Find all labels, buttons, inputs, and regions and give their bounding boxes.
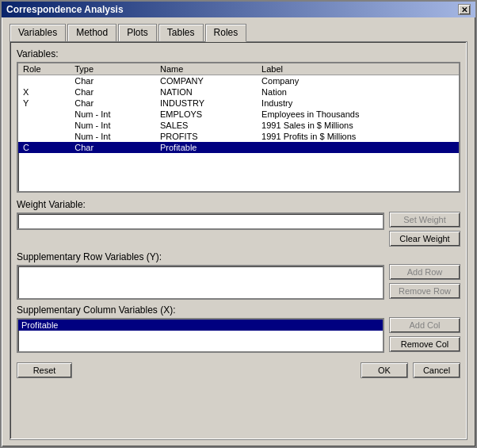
cell-label: Nation — [257, 86, 459, 98]
tab-content-roles: Variables: Role Type Name Label — [10, 41, 467, 440]
cell-label: Employees in Thousands — [257, 109, 459, 120]
weight-buttons: Set Weight Clear Weight — [389, 212, 460, 247]
cell-role — [18, 109, 70, 120]
tab-plots[interactable]: Plots — [118, 24, 157, 42]
correspondence-analysis-dialog: Correspondence Analysis ✕ Variables Meth… — [0, 0, 477, 448]
cell-role — [18, 131, 70, 142]
variables-table[interactable]: Role Type Name Label Char COMPANY — [17, 62, 460, 193]
table-row[interactable]: Num - Int PROFITS 1991 Profits in $ Mill… — [18, 131, 459, 142]
tab-variables[interactable]: Variables — [10, 24, 66, 42]
table-row[interactable]: Y Char INDUSTRY Industry — [18, 98, 459, 109]
tab-method[interactable]: Method — [67, 24, 116, 42]
cell-type: Char — [70, 86, 155, 98]
cancel-button[interactable]: Cancel — [413, 362, 460, 378]
cell-role: X — [18, 86, 70, 98]
supplementary-row-section: Supplementary Row Variables (Y): Add Row… — [17, 251, 460, 300]
supplementary-row-col: Supplementary Row Variables (Y): — [17, 251, 384, 300]
cell-name: COMPANY — [155, 75, 257, 87]
table-row[interactable]: C Char Profitable — [18, 142, 459, 153]
set-weight-button[interactable]: Set Weight — [389, 212, 460, 228]
weight-variable-section: Weight Variable: Set Weight Clear Weight — [17, 199, 460, 247]
clear-weight-button[interactable]: Clear Weight — [389, 231, 460, 247]
col-name: Name — [155, 63, 257, 75]
cell-type: Char — [70, 75, 155, 87]
cell-name: NATION — [155, 86, 257, 98]
col-buttons: Add Col Remove Col — [389, 317, 460, 352]
supplementary-col-col: Supplementary Column Variables (X): Prof… — [17, 304, 384, 353]
close-button[interactable]: ✕ — [458, 4, 471, 15]
dialog-content: Variables Method Plots Tables Roles Vari… — [2, 17, 475, 446]
dialog-title: Correspondence Analysis — [6, 4, 124, 15]
add-col-button[interactable]: Add Col — [389, 317, 460, 333]
cell-label: Industry — [257, 98, 459, 109]
weight-variable-input[interactable] — [17, 213, 384, 230]
weight-variable-col: Weight Variable: — [17, 199, 384, 230]
table-row[interactable]: Num - Int EMPLOYS Employees in Thousands — [18, 109, 459, 120]
col-role: Role — [18, 63, 70, 75]
ok-button[interactable]: OK — [361, 362, 408, 378]
table-row[interactable]: X Char NATION Nation — [18, 86, 459, 98]
title-bar: Correspondence Analysis ✕ — [2, 2, 475, 17]
cell-label: 1991 Profits in $ Millions — [257, 131, 459, 142]
supplementary-col-list[interactable]: Profitable — [17, 318, 384, 353]
cell-name: Profitable — [155, 142, 257, 153]
cell-label — [257, 142, 459, 153]
cell-type: Char — [70, 98, 155, 109]
tab-roles[interactable]: Roles — [205, 24, 247, 42]
cell-role: C — [18, 142, 70, 153]
variables-label: Variables: — [17, 48, 460, 59]
tab-bar: Variables Method Plots Tables Roles — [10, 24, 467, 42]
cell-type: Char — [70, 142, 155, 153]
selected-col-item[interactable]: Profitable — [18, 320, 383, 331]
supplementary-row-list[interactable] — [17, 265, 384, 300]
supplementary-row-label: Supplementary Row Variables (Y): — [17, 251, 384, 262]
add-row-button[interactable]: Add Row — [389, 264, 460, 280]
remove-col-button[interactable]: Remove Col — [389, 336, 460, 352]
cell-name: PROFITS — [155, 131, 257, 142]
row-buttons: Add Row Remove Row — [389, 264, 460, 299]
cell-role: Y — [18, 98, 70, 109]
cell-type: Num - Int — [70, 131, 155, 142]
variables-section: Variables: Role Type Name Label — [17, 48, 460, 199]
cell-type: Num - Int — [70, 120, 155, 131]
tab-tables[interactable]: Tables — [158, 24, 204, 42]
cell-name: EMPLOYS — [155, 109, 257, 120]
supplementary-col-section: Supplementary Column Variables (X): Prof… — [17, 304, 460, 353]
cell-role — [18, 120, 70, 131]
bottom-buttons: Reset OK Cancel — [17, 362, 460, 378]
reset-button[interactable]: Reset — [17, 362, 72, 378]
remove-row-button[interactable]: Remove Row — [389, 283, 460, 299]
table-row[interactable]: Num - Int SALES 1991 Sales in $ Millions — [18, 120, 459, 131]
col-type: Type — [70, 63, 155, 75]
cell-name: INDUSTRY — [155, 98, 257, 109]
weight-variable-label: Weight Variable: — [17, 199, 384, 210]
cell-label: 1991 Sales in $ Millions — [257, 120, 459, 131]
table-row[interactable]: Char COMPANY Company — [18, 75, 459, 87]
cell-name: SALES — [155, 120, 257, 131]
cell-label: Company — [257, 75, 459, 87]
cell-type: Num - Int — [70, 109, 155, 120]
col-label: Label — [257, 63, 459, 75]
cell-role — [18, 75, 70, 87]
supplementary-col-label: Supplementary Column Variables (X): — [17, 304, 384, 316]
